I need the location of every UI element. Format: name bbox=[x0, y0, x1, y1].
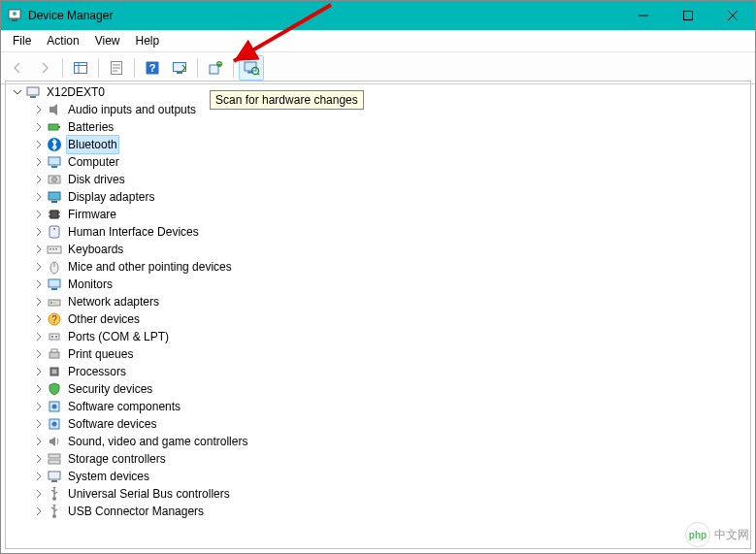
expand-icon[interactable] bbox=[33, 121, 45, 133]
expand-icon[interactable] bbox=[33, 104, 45, 115]
tree-node[interactable]: Display adapters bbox=[6, 188, 750, 206]
svg-rect-7 bbox=[75, 63, 87, 74]
expand-icon[interactable] bbox=[33, 366, 45, 377]
tree-node[interactable]: Processors bbox=[6, 363, 750, 380]
expand-icon[interactable] bbox=[33, 278, 45, 290]
expand-icon[interactable] bbox=[33, 191, 45, 203]
expand-icon[interactable] bbox=[33, 383, 45, 395]
tree-node[interactable]: Audio inputs and outputs bbox=[6, 101, 750, 118]
menu-file[interactable]: File bbox=[5, 32, 39, 49]
device-tree[interactable]: X12DEXT0 Audio inputs and outputsBatteri… bbox=[5, 81, 751, 549]
monitor-icon bbox=[47, 154, 62, 170]
tree-node[interactable]: Software components bbox=[6, 398, 750, 415]
svg-rect-44 bbox=[49, 248, 51, 250]
tree-root-node[interactable]: X12DEXT0 bbox=[6, 83, 750, 101]
close-button[interactable] bbox=[710, 1, 755, 30]
tree-node[interactable]: Universal Serial Bus controllers bbox=[6, 485, 750, 503]
tree-node[interactable]: Storage controllers bbox=[6, 450, 750, 468]
menu-help[interactable]: Help bbox=[128, 32, 168, 49]
forward-button[interactable] bbox=[32, 55, 57, 81]
update-driver-button[interactable] bbox=[203, 55, 228, 81]
tree-node[interactable]: USB Connector Managers bbox=[6, 503, 750, 520]
node-label: Network adapters bbox=[66, 293, 161, 310]
expand-icon[interactable] bbox=[33, 471, 45, 482]
node-label: Bluetooth bbox=[66, 135, 119, 154]
tree-node[interactable]: Firmware bbox=[6, 206, 750, 223]
help-button[interactable]: ? bbox=[140, 55, 165, 81]
menu-action[interactable]: Action bbox=[39, 32, 86, 49]
tree-node[interactable]: Sound, video and game controllers bbox=[6, 433, 750, 450]
tree-node[interactable]: Security devices bbox=[6, 380, 750, 398]
expand-icon[interactable] bbox=[33, 418, 45, 430]
maximize-button[interactable] bbox=[666, 1, 710, 30]
tree-node[interactable]: Network adapters bbox=[6, 293, 750, 310]
minimize-button[interactable] bbox=[621, 1, 666, 30]
svg-rect-31 bbox=[51, 166, 57, 168]
svg-rect-60 bbox=[51, 349, 57, 352]
expand-icon[interactable] bbox=[33, 296, 45, 308]
svg-rect-24 bbox=[27, 87, 39, 95]
expand-icon[interactable] bbox=[33, 261, 45, 273]
scan-hardware-button[interactable] bbox=[239, 55, 264, 81]
tree-node[interactable]: Ports (COM & LPT) bbox=[6, 328, 750, 345]
cpu-icon bbox=[47, 364, 62, 379]
monitor-icon bbox=[47, 277, 62, 292]
expand-icon[interactable] bbox=[33, 505, 45, 517]
back-button[interactable] bbox=[5, 55, 30, 81]
svg-point-2 bbox=[13, 12, 16, 16]
tree-node[interactable]: ?Other devices bbox=[6, 310, 750, 328]
view-devices-button[interactable] bbox=[167, 55, 192, 81]
bluetooth-icon bbox=[47, 137, 62, 152]
svg-rect-17 bbox=[177, 72, 182, 74]
tree-node[interactable]: Computer bbox=[6, 153, 750, 171]
expand-icon[interactable] bbox=[33, 174, 45, 185]
expand-icon[interactable] bbox=[33, 313, 45, 325]
hid-icon bbox=[47, 224, 62, 240]
tree-node[interactable]: Monitors bbox=[6, 276, 750, 293]
svg-point-53 bbox=[53, 302, 55, 304]
node-label: Keyboards bbox=[66, 241, 125, 258]
separator bbox=[233, 58, 234, 78]
tree-node[interactable]: Keyboards bbox=[6, 241, 750, 258]
expand-icon[interactable] bbox=[33, 244, 45, 255]
tree-node[interactable]: Bluetooth bbox=[6, 136, 750, 153]
svg-point-73 bbox=[52, 514, 56, 518]
expand-icon[interactable] bbox=[33, 401, 45, 412]
separator bbox=[134, 58, 135, 78]
php-logo-icon: php bbox=[685, 522, 710, 547]
separator bbox=[62, 58, 63, 78]
tree-node[interactable]: Mice and other pointing devices bbox=[6, 258, 750, 276]
expand-icon[interactable] bbox=[33, 139, 45, 150]
expand-icon[interactable] bbox=[33, 436, 45, 447]
tree-node[interactable]: Batteries bbox=[6, 118, 750, 136]
menu-view[interactable]: View bbox=[87, 32, 128, 49]
svg-rect-28 bbox=[58, 126, 60, 128]
expand-icon[interactable] bbox=[33, 226, 45, 238]
expand-icon[interactable] bbox=[33, 331, 45, 342]
expand-icon[interactable] bbox=[33, 348, 45, 360]
tree-node[interactable]: Disk drives bbox=[6, 171, 750, 188]
svg-rect-27 bbox=[49, 124, 58, 130]
svg-text:?: ? bbox=[51, 314, 57, 325]
expand-icon[interactable] bbox=[33, 453, 45, 465]
node-label: Sound, video and game controllers bbox=[66, 433, 249, 450]
expand-icon[interactable] bbox=[33, 209, 45, 220]
network-icon bbox=[47, 294, 62, 310]
menubar: File Action View Help bbox=[1, 30, 755, 52]
show-hide-console-tree-button[interactable] bbox=[68, 55, 93, 81]
collapse-icon[interactable] bbox=[12, 86, 23, 98]
chip-icon bbox=[47, 207, 62, 222]
tree-node[interactable]: Human Interface Devices bbox=[6, 223, 750, 241]
device-manager-window: Device Manager File Action View Help bbox=[0, 0, 756, 554]
svg-rect-56 bbox=[49, 334, 59, 340]
expand-icon[interactable] bbox=[33, 488, 45, 500]
svg-rect-70 bbox=[51, 480, 57, 482]
node-label: Mice and other pointing devices bbox=[66, 258, 234, 276]
tree-node[interactable]: Print queues bbox=[6, 345, 750, 363]
display-icon bbox=[47, 189, 62, 205]
svg-point-64 bbox=[52, 405, 57, 409]
tree-node[interactable]: Software devices bbox=[6, 415, 750, 433]
properties-button[interactable] bbox=[104, 55, 129, 81]
expand-icon[interactable] bbox=[33, 156, 45, 168]
tree-node[interactable]: System devices bbox=[6, 468, 750, 485]
